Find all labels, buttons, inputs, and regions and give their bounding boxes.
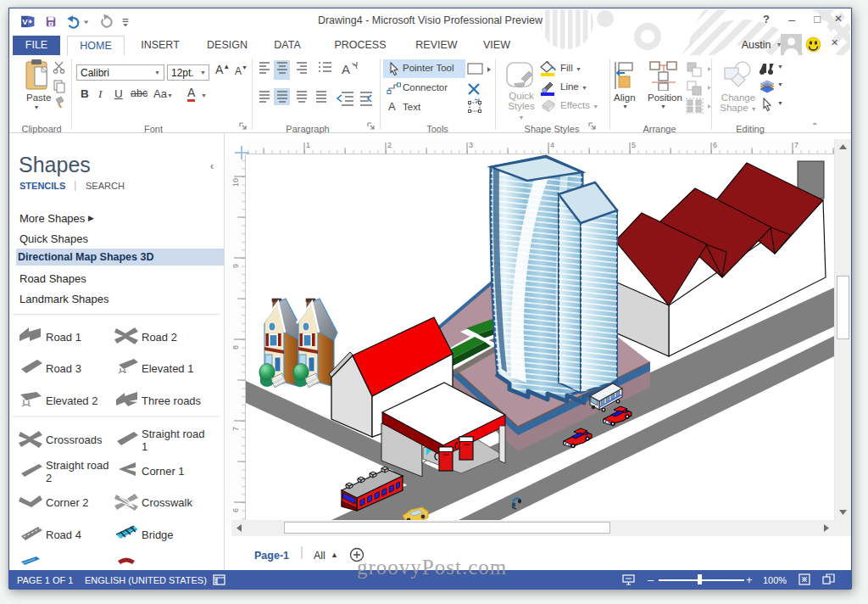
svg-text:Crosswalk: Crosswalk xyxy=(142,496,192,509)
svg-text:6: 6 xyxy=(231,508,240,512)
svg-text:Road 3: Road 3 xyxy=(46,362,81,375)
svg-text:4: 4 xyxy=(550,141,554,149)
svg-text:Corner 2: Corner 2 xyxy=(46,496,89,509)
svg-text:Corner 1: Corner 1 xyxy=(142,465,185,478)
svg-text:9: 9 xyxy=(231,264,240,268)
svg-text:Elevated 1: Elevated 1 xyxy=(142,362,193,375)
svg-text:Road 2: Road 2 xyxy=(142,331,177,344)
svg-text:7: 7 xyxy=(231,427,240,431)
svg-text:2: 2 xyxy=(46,472,52,484)
svg-text:Road 4: Road 4 xyxy=(46,528,81,541)
svg-text:10: 10 xyxy=(231,178,240,187)
svg-text:Straight road: Straight road xyxy=(46,459,108,472)
svg-text:Bridge: Bridge xyxy=(142,528,174,541)
svg-text:3: 3 xyxy=(469,141,473,149)
svg-text:Elevated 2: Elevated 2 xyxy=(46,394,97,407)
svg-text:6: 6 xyxy=(713,141,717,149)
svg-text:Straight road: Straight road xyxy=(142,428,204,440)
svg-text:1: 1 xyxy=(306,141,310,149)
svg-text:A: A xyxy=(342,62,350,76)
svg-text:2: 2 xyxy=(387,141,392,149)
svg-text:8: 8 xyxy=(231,345,240,350)
svg-text:5: 5 xyxy=(632,141,636,149)
svg-text:Road 1: Road 1 xyxy=(46,331,81,344)
svg-text:V: V xyxy=(22,17,28,26)
svg-text:Crossroads: Crossroads xyxy=(46,433,103,446)
svg-text:Three roads: Three roads xyxy=(142,394,202,407)
svg-text:1: 1 xyxy=(142,440,147,453)
svg-text:7: 7 xyxy=(794,141,798,149)
